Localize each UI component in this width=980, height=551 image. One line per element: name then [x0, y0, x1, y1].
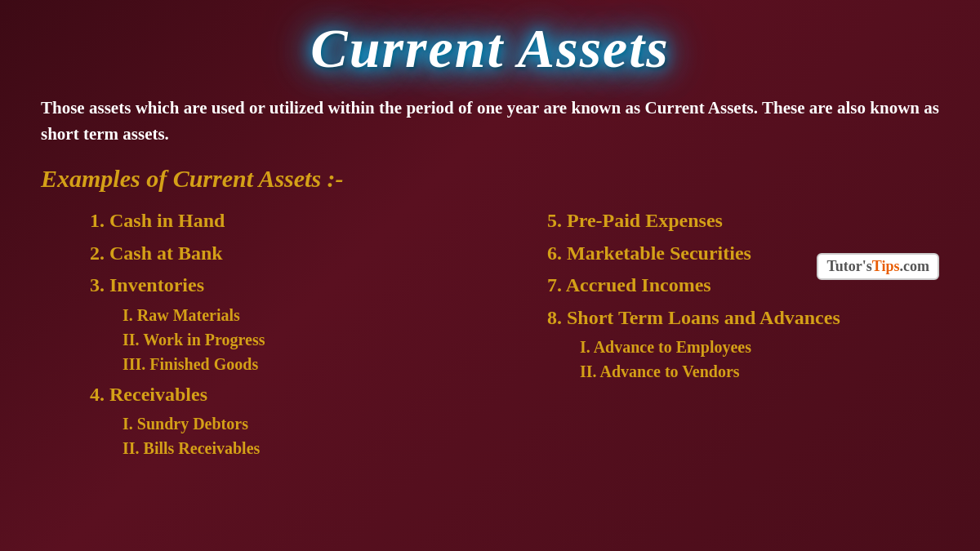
list-item: 8. Short Term Loans and AdvancesI. Advan… [547, 304, 939, 384]
list-item: 3. InventoriesI. Raw MaterialsII. Work i… [90, 272, 482, 376]
main-item-label: 4. Receivables [90, 381, 482, 409]
page-container: Current Assets Those assets which are us… [0, 0, 980, 551]
sub-item-label: I. Sundry Debtors [122, 411, 482, 436]
main-item-label: 2. Cash at Bank [90, 240, 482, 268]
main-item-label: 5. Pre-Paid Expenses [547, 207, 939, 235]
left-column: 1. Cash in Hand2. Cash at Bank3. Invento… [41, 207, 482, 465]
right-column: 5. Pre-Paid Expenses6. Marketable Securi… [514, 207, 939, 465]
main-item-label: 3. Inventories [90, 272, 482, 300]
list-item: 5. Pre-Paid Expenses [547, 207, 939, 235]
tutor-badge: Tutor'sTips.com [817, 253, 939, 280]
sub-item-label: II. Bills Receivables [122, 436, 482, 460]
tips-text: Tips [872, 258, 900, 274]
domain-text: .com [900, 258, 929, 274]
list-item: 2. Cash at Bank [90, 240, 482, 268]
columns-container: 1. Cash in Hand2. Cash at Bank3. Invento… [41, 207, 939, 465]
sub-item-label: II. Work in Progress [122, 327, 482, 352]
sub-item-label: II. Advance to Vendors [580, 359, 939, 384]
description-text: Those assets which are used or utilized … [41, 96, 939, 147]
examples-header: Examples of Current Assets :- [41, 165, 939, 193]
main-item-label: 1. Cash in Hand [90, 207, 482, 235]
page-title: Current Assets [41, 16, 939, 81]
list-item: 1. Cash in Hand [90, 207, 482, 235]
list-item: 4. ReceivablesI. Sundry DebtorsII. Bills… [90, 381, 482, 461]
tutor-text: Tutor's [826, 258, 871, 274]
sub-item-label: III. Finished Goods [122, 352, 482, 376]
main-item-label: 8. Short Term Loans and Advances [547, 304, 939, 332]
sub-item-label: I. Raw Materials [122, 303, 482, 327]
sub-item-label: I. Advance to Employees [580, 335, 939, 359]
